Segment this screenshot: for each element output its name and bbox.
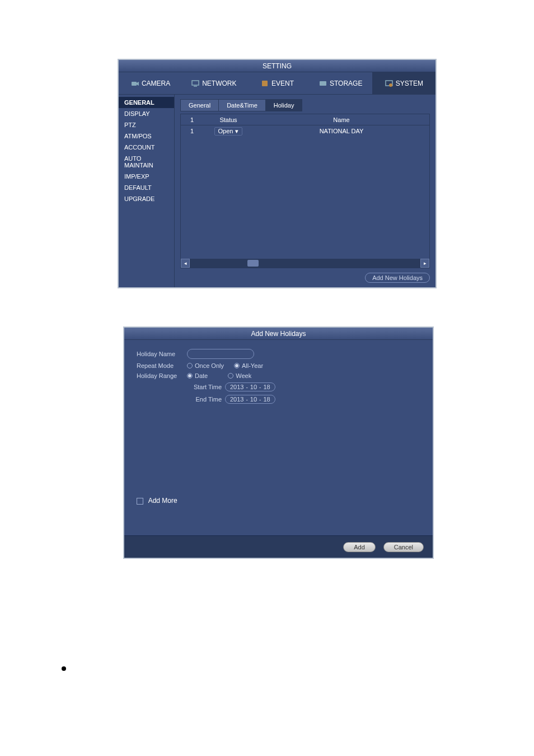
- start-month: 10: [250, 384, 257, 390]
- end-time-label: End Time: [187, 396, 225, 403]
- svg-point-7: [389, 83, 392, 87]
- radio-icon: [234, 363, 240, 368]
- radio-week[interactable]: Week: [228, 372, 251, 379]
- camera-icon: [130, 79, 139, 88]
- tab-label: EVENT: [271, 80, 294, 87]
- header-name: Name: [254, 116, 429, 123]
- sub-tab-datetime[interactable]: Date&Time: [218, 99, 266, 111]
- holiday-range-label: Holiday Range: [137, 372, 187, 379]
- start-day: 18: [263, 384, 270, 390]
- start-time-label: Start Time: [187, 384, 225, 390]
- row-status: Open ▾: [203, 127, 254, 136]
- add-more-row[interactable]: Add More: [137, 497, 177, 505]
- date-separator-icon: -: [246, 384, 247, 390]
- sub-tab-holiday[interactable]: Holiday: [265, 99, 303, 111]
- holiday-table: 1 Status Name 1 Open ▾ NATIONAL DAY: [180, 114, 430, 268]
- tab-network[interactable]: NETWORK: [182, 72, 245, 94]
- cancel-button[interactable]: Cancel: [383, 542, 424, 552]
- tab-storage[interactable]: STORAGE: [309, 72, 372, 94]
- table-body: 1 Open ▾ NATIONAL DAY: [181, 125, 429, 259]
- sub-tab-general[interactable]: General: [180, 99, 219, 111]
- radio-once-only[interactable]: Once Only: [187, 362, 224, 369]
- svg-marker-1: [137, 82, 139, 86]
- holiday-name-input[interactable]: [187, 349, 254, 359]
- tab-label: SYSTEM: [396, 80, 423, 87]
- row-name: NATIONAL DAY: [254, 128, 429, 134]
- radio-label: All-Year: [242, 362, 263, 369]
- setting-window: SETTING CAMERA NETWORK EVENT STORAGE SYS…: [118, 59, 437, 288]
- sidebar-item-ptz[interactable]: PTZ: [119, 119, 174, 130]
- status-dropdown[interactable]: Open ▾: [214, 127, 243, 136]
- sidebar-item-atm-pos[interactable]: ATM/POS: [119, 130, 174, 142]
- sub-tabs: General Date&Time Holiday: [180, 99, 430, 111]
- radio-all-year[interactable]: All-Year: [234, 362, 263, 369]
- scrollbar-horizontal: ◂ ▸: [181, 259, 429, 268]
- radio-label: Once Only: [195, 362, 224, 369]
- sidebar-item-display[interactable]: DISPLAY: [119, 108, 174, 119]
- header-status: Status: [203, 116, 254, 123]
- event-icon: [260, 79, 269, 88]
- end-month: 10: [250, 396, 257, 403]
- window-title: Add New Holidays: [124, 328, 433, 340]
- row-index: 1: [181, 128, 203, 134]
- chevron-right-icon: ▸: [424, 260, 427, 266]
- scrollbar-thumb[interactable]: [247, 260, 259, 267]
- add-more-checkbox[interactable]: [137, 498, 143, 505]
- chevron-down-icon: ▾: [235, 128, 238, 135]
- svg-rect-4: [262, 81, 268, 86]
- end-day: 18: [263, 396, 270, 403]
- system-icon: [385, 79, 394, 88]
- date-separator-icon: -: [246, 396, 247, 403]
- tab-label: STORAGE: [330, 80, 362, 87]
- end-year: 2013: [230, 396, 243, 403]
- radio-label: Date: [195, 372, 208, 379]
- add-more-label: Add More: [148, 497, 177, 505]
- storage-icon: [318, 79, 327, 88]
- tab-camera[interactable]: CAMERA: [119, 72, 182, 94]
- network-icon: [191, 79, 200, 88]
- sidebar-item-upgrade[interactable]: UPGRADE: [119, 193, 174, 204]
- tab-system[interactable]: SYSTEM: [372, 72, 435, 94]
- table-header: 1 Status Name: [181, 114, 429, 125]
- sidebar-item-general[interactable]: GENERAL: [119, 97, 174, 108]
- scroll-left-button[interactable]: ◂: [181, 259, 190, 268]
- radio-icon: [187, 363, 193, 368]
- date-separator-icon: -: [259, 384, 261, 390]
- header-count: 1: [181, 116, 203, 123]
- table-row[interactable]: 1 Open ▾ NATIONAL DAY: [181, 125, 429, 137]
- tab-label: CAMERA: [142, 80, 170, 87]
- chevron-left-icon: ◂: [184, 260, 187, 266]
- tab-label: NETWORK: [202, 80, 236, 87]
- sidebar-item-imp-exp[interactable]: IMP/EXP: [119, 171, 174, 182]
- add-button[interactable]: Add: [343, 542, 376, 552]
- start-year: 2013: [230, 384, 243, 390]
- end-time-input[interactable]: 2013 - 10 - 18: [225, 395, 275, 404]
- sidebar-item-account[interactable]: ACCOUNT: [119, 142, 174, 153]
- svg-rect-5: [320, 81, 326, 86]
- main-tabs: CAMERA NETWORK EVENT STORAGE SYSTEM: [119, 72, 435, 95]
- add-new-holidays-button[interactable]: Add New Holidays: [365, 273, 430, 283]
- svg-rect-2: [192, 81, 199, 85]
- radio-date[interactable]: Date: [187, 372, 208, 379]
- holiday-name-label: Holiday Name: [137, 351, 187, 357]
- window-title: SETTING: [119, 60, 435, 72]
- sidebar-item-default[interactable]: DEFAULT: [119, 182, 174, 193]
- date-separator-icon: -: [259, 396, 261, 403]
- sidebar-item-auto-maintain[interactable]: AUTO MAINTAIN: [119, 153, 174, 171]
- scroll-right-button[interactable]: ▸: [420, 259, 429, 268]
- repeat-mode-label: Repeat Mode: [137, 362, 187, 369]
- status-value: Open: [218, 128, 233, 134]
- dialog-footer: Add Cancel: [124, 535, 433, 558]
- sidebar: GENERAL DISPLAY PTZ ATM/POS ACCOUNT AUTO…: [119, 95, 175, 287]
- svg-rect-0: [132, 82, 137, 86]
- radio-label: Week: [236, 372, 251, 379]
- scrollbar-track[interactable]: [190, 259, 420, 268]
- radio-icon: [228, 373, 233, 379]
- add-holidays-window: Add New Holidays Holiday Name Repeat Mod…: [123, 326, 434, 559]
- tab-event[interactable]: EVENT: [245, 72, 308, 94]
- bullet-icon: [62, 666, 66, 671]
- radio-icon: [187, 373, 193, 379]
- start-time-input[interactable]: 2013 - 10 - 18: [225, 382, 275, 391]
